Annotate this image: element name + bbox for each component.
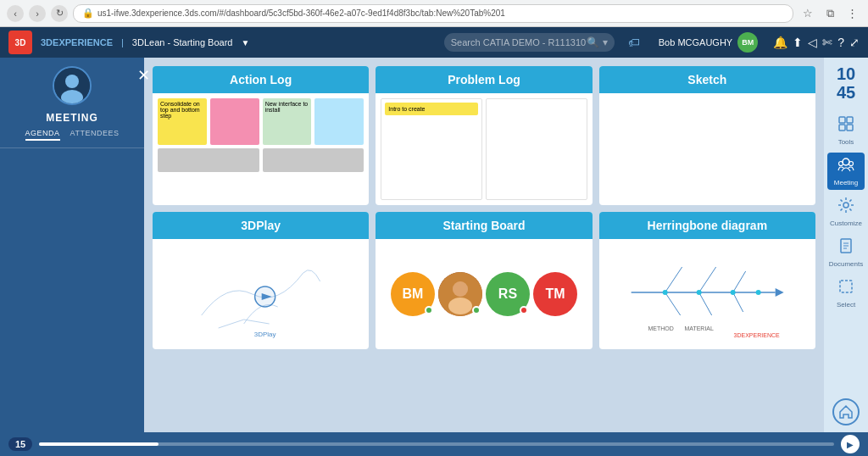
sidebar-item-meeting[interactable]: Meeting: [827, 153, 865, 190]
svg-rect-39: [840, 281, 852, 292]
status-dot-bm: [425, 306, 433, 314]
herringbone-svg: METHOD MATERIAL 3DEXPERIENCE: [606, 246, 809, 339]
svg-text:MATERIAL: MATERIAL: [684, 325, 714, 331]
app-title: 3DLean - Starting Board: [132, 37, 233, 47]
sidebar-item-select[interactable]: Select: [827, 275, 865, 312]
search-input[interactable]: [451, 37, 587, 47]
sidebar-header: ✕ MEETING AGENDA ATTENDEES: [0, 66, 144, 148]
3dplay-header: 3DPlay: [153, 212, 369, 239]
share-btn[interactable]: ⬆: [793, 36, 803, 49]
svg-rect-28: [847, 117, 853, 123]
documents-label: Documents: [829, 260, 863, 268]
brand-separator: |: [121, 37, 124, 47]
sidebar-tab-agenda[interactable]: AGENDA: [25, 129, 60, 141]
problem-sticky-1[interactable]: Intro to create: [385, 103, 478, 115]
left-sidebar: ✕ MEETING AGENDA ATTENDEES: [0, 58, 144, 432]
sketch-header: Sketch: [599, 66, 815, 93]
widget-action-log: Action Log Consolidate on top and bottom…: [153, 66, 369, 205]
extensions-button[interactable]: ⧉: [821, 4, 839, 23]
avatar-initials: BM: [742, 38, 754, 47]
app-dropdown[interactable]: ▼: [241, 38, 249, 47]
widget-sketch: Sketch: [599, 66, 815, 205]
search-dropdown[interactable]: ▾: [603, 36, 608, 48]
sticky-note-2[interactable]: [210, 98, 259, 145]
meeting-icon: [837, 156, 854, 177]
widget-problem-log: Problem Log Intro to create: [376, 66, 592, 205]
participant-tm[interactable]: TM: [533, 272, 577, 316]
slider-container: [39, 442, 834, 446]
sidebar-item-tools[interactable]: Tools: [827, 112, 865, 149]
top-bar: 3D 3DEXPERIENCE | 3DLean - Starting Boar…: [0, 27, 868, 58]
meeting-label: Meeting: [834, 179, 858, 186]
svg-point-10: [448, 298, 472, 314]
collaborate-btn[interactable]: ◁: [808, 36, 817, 49]
documents-icon: [837, 237, 854, 259]
sticky-note-4[interactable]: [314, 98, 364, 145]
dashboard-grid: Action Log Consolidate on top and bottom…: [153, 66, 815, 349]
action-log-body: Consolidate on top and bottom step New i…: [153, 93, 369, 177]
action-log-header: Action Log: [153, 66, 369, 93]
forward-button[interactable]: ›: [29, 5, 46, 22]
user-info: Bob MCGAUGHY BM: [659, 32, 758, 53]
refresh-button[interactable]: ↻: [51, 5, 68, 22]
svg-line-17: [665, 292, 680, 315]
fullscreen-btn[interactable]: ⤢: [849, 36, 860, 49]
participant-rs[interactable]: RS: [486, 272, 530, 316]
time-minutes: 45: [837, 83, 855, 102]
svg-point-34: [843, 203, 849, 208]
widget-starting-board: Starting Board BM: [376, 212, 592, 349]
problem-log-header: Problem Log: [376, 66, 592, 93]
herringbone-body: METHOD MATERIAL 3DEXPERIENCE: [599, 239, 815, 349]
svg-point-11: [453, 281, 468, 297]
bottom-bar: 15 ▶: [0, 432, 868, 456]
sidebar-item-documents[interactable]: Documents: [827, 234, 865, 271]
browser-icons: ☆ ⧉ ⋮: [798, 4, 861, 23]
svg-line-18: [698, 292, 711, 315]
play-button[interactable]: ▶: [841, 435, 860, 453]
svg-point-3: [65, 75, 79, 88]
participant-bm[interactable]: BM: [391, 272, 435, 316]
widget-herringbone: Herringbone diagram: [599, 212, 815, 349]
main-content: Action Log Consolidate on top and bottom…: [144, 58, 824, 432]
problem-log-body: Intro to create: [376, 93, 592, 205]
brand-label: 3DEXPERIENCE: [41, 37, 113, 47]
action-log-box-2: [263, 148, 364, 172]
sidebar-avatar: [53, 66, 92, 105]
svg-line-15: [698, 267, 715, 292]
sticky-note-1[interactable]: Consolidate on top and bottom step: [158, 98, 207, 145]
starting-board-header: Starting Board: [376, 212, 592, 239]
address-bar[interactable]: 🔒 us1-ifwe.3dexperience.3ds.com/#/dashbo…: [73, 4, 793, 23]
star-button[interactable]: ☆: [798, 4, 817, 23]
notification-btn[interactable]: 🔔: [773, 36, 787, 49]
menu-button[interactable]: ⋮: [843, 4, 861, 23]
time-hours: 10: [837, 64, 855, 83]
svg-point-22: [730, 290, 735, 295]
sticky-note-3[interactable]: New interface to install: [263, 98, 312, 145]
problem-col-2: [486, 98, 587, 200]
sidebar-close-button[interactable]: ✕: [137, 66, 150, 85]
tools-label: Tools: [838, 138, 854, 146]
search-bar[interactable]: 🔍 ▾: [444, 33, 615, 52]
svg-line-16: [732, 271, 745, 292]
sidebar-tabs: AGENDA ATTENDEES: [25, 129, 120, 141]
participant-photo[interactable]: [438, 272, 482, 316]
select-label: Select: [837, 301, 855, 309]
svg-point-20: [662, 290, 667, 295]
help-btn[interactable]: ?: [837, 36, 844, 49]
home-button[interactable]: [832, 398, 860, 425]
browser-chrome: ‹ › ↻ 🔒 us1-ifwe.3dexperience.3ds.com/#/…: [0, 0, 868, 27]
tag-icon: 🏷: [628, 36, 640, 49]
customize-label: Customize: [830, 220, 862, 227]
url-text: us1-ifwe.3dexperience.3ds.com/#/dashboar…: [97, 8, 505, 18]
svg-text:3DPlay: 3DPlay: [254, 331, 276, 338]
progress-slider[interactable]: [39, 442, 834, 446]
back-button[interactable]: ‹: [7, 5, 24, 22]
svg-rect-27: [839, 117, 845, 123]
svg-line-14: [665, 267, 682, 292]
sidebar-item-customize[interactable]: Customize: [827, 193, 865, 231]
more-btn[interactable]: ✄: [822, 36, 832, 49]
svg-rect-29: [839, 125, 845, 131]
sidebar-tab-attendees[interactable]: ATTENDEES: [70, 129, 120, 141]
time-display: 10 45: [837, 64, 855, 102]
customize-icon: [837, 197, 854, 218]
